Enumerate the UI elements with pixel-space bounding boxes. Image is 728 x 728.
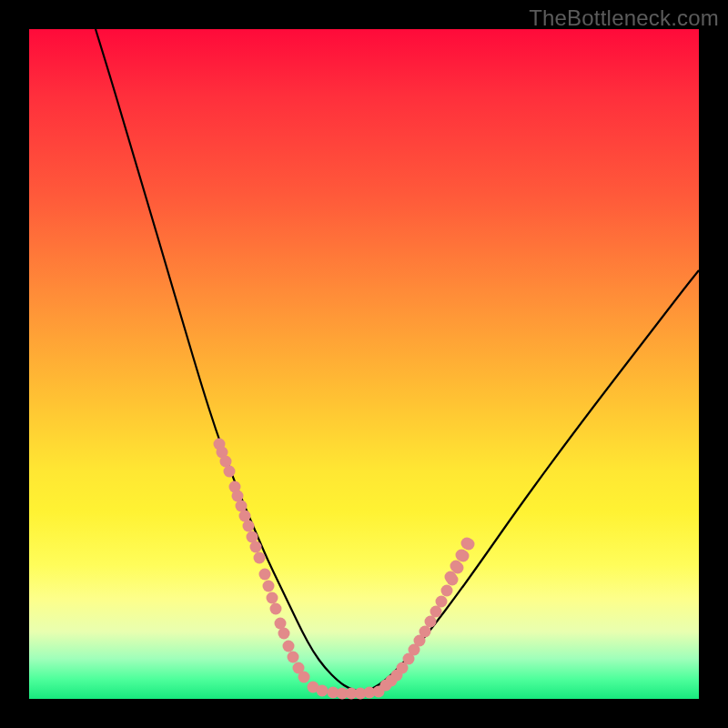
- data-dot: [224, 466, 236, 478]
- data-dot: [298, 672, 310, 683]
- data-dot: [267, 592, 278, 604]
- data-dot: [259, 569, 271, 581]
- data-dot: [278, 628, 290, 640]
- data-dot: [263, 581, 275, 592]
- data-dot: [430, 606, 442, 618]
- bottleneck-curve: [96, 29, 699, 691]
- data-dot: [250, 541, 262, 553]
- data-dot: [283, 641, 295, 652]
- data-dot: [270, 603, 282, 615]
- data-dots: [214, 439, 475, 700]
- data-dot: [461, 538, 473, 550]
- data-dot: [420, 626, 431, 638]
- plot-area: [29, 29, 699, 699]
- watermark-text: TheBottleneck.com: [529, 5, 719, 31]
- data-dot: [243, 521, 255, 532]
- data-dot: [254, 552, 266, 564]
- chart-frame: TheBottleneck.com: [0, 0, 728, 728]
- data-dot: [450, 561, 462, 572]
- data-dot: [436, 596, 448, 608]
- curve-svg: [29, 29, 699, 699]
- data-dot: [425, 616, 437, 628]
- data-dot: [441, 585, 453, 597]
- data-dot: [288, 652, 299, 663]
- data-dot: [317, 685, 329, 697]
- data-dot: [445, 571, 457, 583]
- data-dot: [456, 550, 468, 561]
